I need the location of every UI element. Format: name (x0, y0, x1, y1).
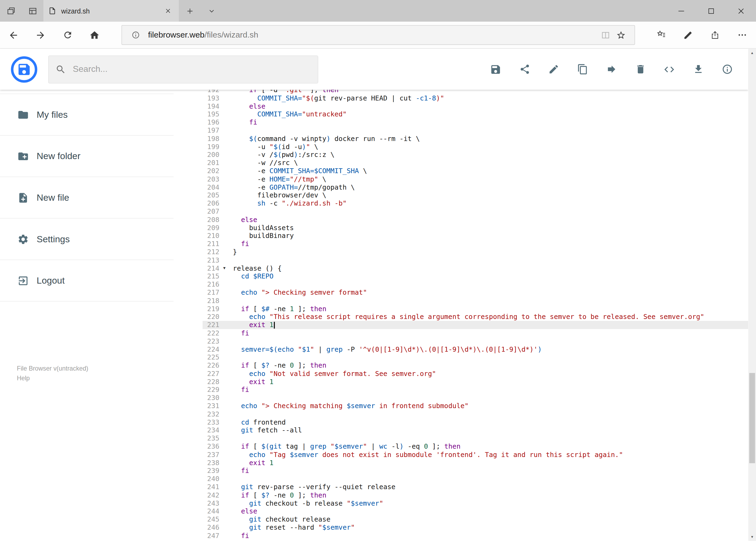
reading-view-button[interactable] (598, 30, 613, 40)
code-line-211[interactable]: 211 fi (202, 240, 748, 248)
code-line-232[interactable]: 232 (202, 410, 748, 418)
site-info-icon[interactable] (127, 31, 143, 39)
code-line-246[interactable]: 246 git reset --hard "$semver" (202, 523, 748, 532)
code-line-244[interactable]: 244 else (202, 507, 748, 515)
url-text[interactable]: filebrowser.web/files/wizard.sh (148, 30, 598, 40)
code-line-203[interactable]: 203 -e HOME="//tmp" \ (202, 175, 748, 183)
rename-button[interactable] (539, 55, 568, 84)
code-line-206[interactable]: 206 sh -c "./wizard.sh -b" (202, 199, 748, 208)
code-line-196[interactable]: 196 fi (202, 118, 748, 126)
scroll-up-arrow[interactable]: ▲ (748, 49, 756, 57)
code-line-241[interactable]: 241 git rev-parse --verify --quiet relea… (202, 483, 748, 491)
refresh-button[interactable] (54, 22, 81, 48)
browser-share-button[interactable] (701, 22, 728, 48)
search-input[interactable] (72, 64, 311, 75)
code-line-194[interactable]: 194 else (202, 102, 748, 110)
code-line-226[interactable]: 226 if [ $? -ne 0 ]; then (202, 361, 748, 369)
code-line-210[interactable]: 210 buildBinary (202, 232, 748, 240)
code-line-236[interactable]: 236 if [ $(git tag | grep "$semver" | wc… (202, 442, 748, 450)
code-line-201[interactable]: 201 -w //src \ (202, 159, 748, 167)
download-button[interactable] (684, 55, 712, 84)
code-line-239[interactable]: 239 fi (202, 467, 748, 475)
code-line-237[interactable]: 237 echo "Tag $semver does not exist in … (202, 450, 748, 459)
new-tab-button[interactable] (179, 0, 200, 22)
code-line-233[interactable]: 233 cd frontend (202, 418, 748, 426)
code-line-228[interactable]: 228 exit 1 (202, 377, 748, 386)
code-line-225[interactable]: 225 (202, 353, 748, 361)
code-line-223[interactable]: 223 (202, 337, 748, 345)
code-line-195[interactable]: 195 COMMIT_SHA="untracked" (202, 110, 748, 118)
code-line-222[interactable]: 222 fi (202, 329, 748, 337)
search-box[interactable] (48, 55, 318, 84)
scrollbar-thumb[interactable] (749, 373, 755, 463)
share-button[interactable] (510, 55, 539, 84)
code-line-224[interactable]: 224 semver=$(echo "$1" | grep -P '^v(0|[… (202, 345, 748, 353)
code-line-230[interactable]: 230 (202, 394, 748, 402)
back-button[interactable] (0, 22, 27, 48)
sidebar-item-logout[interactable]: Logout (0, 260, 173, 302)
code-line-245[interactable]: 245 git checkout release (202, 515, 748, 523)
tab-close-button[interactable] (161, 5, 174, 17)
tabs-set-aside-button[interactable] (22, 0, 43, 22)
code-line-207[interactable]: 207 (202, 208, 748, 216)
code-line-204[interactable]: 204 -e GOPATH=//tmp/gopath \ (202, 183, 748, 191)
tab-preview-button[interactable] (200, 0, 222, 22)
code-line-227[interactable]: 227 echo "Not valid semver format. See s… (202, 369, 748, 377)
code-line-240[interactable]: 240 (202, 475, 748, 483)
code-line-214[interactable]: 214▼release () { (202, 264, 748, 272)
favorite-button[interactable] (613, 30, 629, 40)
code-line-235[interactable]: 235 (202, 434, 748, 442)
code-line-205[interactable]: 205 filebrowser/dev \ (202, 191, 748, 199)
page-scrollbar[interactable]: ▲ ▼ (748, 49, 756, 541)
filebrowser-logo[interactable] (11, 56, 38, 83)
move-button[interactable] (597, 55, 626, 84)
minimize-button[interactable] (666, 0, 696, 22)
code-line-242[interactable]: 242 if [ $? -ne 0 ]; then (202, 491, 748, 499)
delete-button[interactable] (626, 55, 655, 84)
maximize-button[interactable] (696, 0, 726, 22)
info-button[interactable] (712, 55, 741, 84)
copy-button[interactable] (568, 55, 597, 84)
browser-tab[interactable]: wizard.sh (44, 0, 179, 22)
code-line-209[interactable]: 209 buildAssets (202, 224, 748, 232)
code-line-200[interactable]: 200 -v /$(pwd):/src:z \ (202, 151, 748, 159)
more-button[interactable] (728, 22, 755, 48)
code-line-198[interactable]: 198 $(command -v winpty) docker run --rm… (202, 135, 748, 143)
hub-button[interactable] (647, 22, 674, 48)
close-window-button[interactable] (726, 0, 756, 22)
code-line-217[interactable]: 217 echo "> Checking semver format" (202, 288, 748, 296)
sidebar-item-new-file[interactable]: New file (0, 177, 173, 219)
code-line-213[interactable]: 213 (202, 256, 748, 264)
code-line-199[interactable]: 199 -u "$(id -u)" \ (202, 143, 748, 151)
save-button[interactable] (481, 55, 510, 84)
home-button[interactable] (81, 22, 108, 48)
forward-button[interactable] (27, 22, 54, 48)
code-line-216[interactable]: 216 (202, 280, 748, 288)
code-line-238[interactable]: 238 exit 1 (202, 459, 748, 467)
source-code-button[interactable] (655, 55, 684, 84)
scroll-down-arrow[interactable]: ▼ (748, 533, 756, 541)
code-line-215[interactable]: 215 cd $REPO (202, 272, 748, 280)
code-line-220[interactable]: 220 echo "This release script requires a… (202, 313, 748, 321)
code-line-208[interactable]: 208 else (202, 216, 748, 224)
code-line-192[interactable]: 192 if [ -d ".git" ]; then (202, 90, 748, 94)
code-line-212[interactable]: 212} (202, 248, 748, 256)
code-line-229[interactable]: 229 fi (202, 386, 748, 394)
help-link[interactable]: Help (17, 373, 89, 383)
code-line-219[interactable]: 219 if [ $# -ne 1 ]; then (202, 305, 748, 313)
sidebar-item-new-folder[interactable]: New folder (0, 136, 173, 177)
fold-arrow-icon[interactable]: ▼ (223, 265, 226, 271)
code-line-234[interactable]: 234 git fetch --all (202, 426, 748, 434)
code-line-218[interactable]: 218 (202, 296, 748, 305)
code-line-202[interactable]: 202 -e COMMIT_SHA=$COMMIT_SHA \ (202, 167, 748, 175)
code-line-197[interactable]: 197 (202, 126, 748, 135)
sidebar-item-my-files[interactable]: My files (0, 94, 173, 136)
sidebar-item-settings[interactable]: Settings (0, 219, 173, 260)
ink-button[interactable] (674, 22, 701, 48)
code-line-243[interactable]: 243 git checkout -b release "$semver" (202, 499, 748, 507)
code-line-231[interactable]: 231 echo "> Checking matching $semver in… (202, 402, 748, 410)
code-line-193[interactable]: 193 COMMIT_SHA="$(git rev-parse HEAD | c… (202, 94, 748, 102)
code-editor[interactable]: 192 if [ -d ".git" ]; then193 COMMIT_SHA… (202, 90, 748, 541)
set-tabs-aside-button[interactable] (0, 0, 22, 22)
code-line-221[interactable]: 221 exit 1 (202, 321, 748, 329)
